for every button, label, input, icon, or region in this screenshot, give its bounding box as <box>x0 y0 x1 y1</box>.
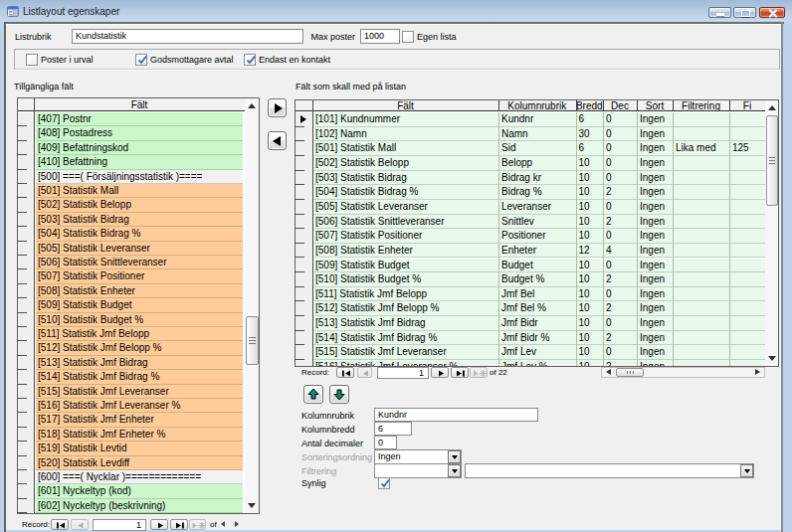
table-row[interactable]: [517] Statistik Jmf Enheter <box>18 413 259 427</box>
table-row[interactable]: [600] ===( Nycklar )============= <box>18 470 259 484</box>
table-row[interactable]: [514] Statistik Jmf Bidrag % <box>18 370 259 384</box>
table-row[interactable]: [501] Statistik MallSid60IngenLika med12… <box>296 141 778 156</box>
maximize-button[interactable] <box>733 7 756 18</box>
table-row[interactable]: [504] Statistik Bidrag % <box>18 227 259 241</box>
table-row[interactable]: [510] Statistik Budget %Budget %102Ingen <box>296 272 778 287</box>
synlig-checkbox[interactable] <box>378 477 390 489</box>
table-row[interactable]: [512] Statistik Jmf Belopp % <box>18 341 259 355</box>
table-row[interactable]: [509] Statistik BudgetBudget100Ingen <box>296 259 778 273</box>
table-row[interactable]: [511] Statistik Jmf Belopp <box>18 327 259 341</box>
table-row[interactable]: [508] Statistik EnheterEnheter124Ingen <box>296 244 778 259</box>
field-cell: [504] Statistik Bidrag % <box>36 227 243 241</box>
vertical-scrollbar[interactable] <box>245 98 259 513</box>
minimize-button[interactable] <box>708 7 731 18</box>
cell: 125 <box>730 141 765 156</box>
remove-field-button[interactable] <box>268 131 287 150</box>
table-row[interactable]: [513] Statistik Jmf BidragJmf Bidr100Ing… <box>296 316 778 331</box>
table-row[interactable]: [408] Postadress <box>18 126 259 140</box>
new-record-button[interactable] <box>470 367 488 378</box>
table-row[interactable]: [513] Statistik Jmf Bidrag <box>18 356 259 370</box>
first-record-button[interactable] <box>336 367 354 378</box>
table-row[interactable]: [102] NamnNamn300Ingen <box>296 127 778 142</box>
egen-lista-checkbox[interactable] <box>402 31 414 43</box>
egen-lista-label: Egen lista <box>417 32 457 42</box>
table-row[interactable]: [516] Statistik Jmf Leveranser %Jmf Lev … <box>296 360 778 366</box>
table-row[interactable]: [515] Statistik Jmf Leveranser <box>18 385 259 399</box>
antal-decimaler-input[interactable]: 0 <box>374 436 397 449</box>
max-poster-input[interactable]: 1000 <box>360 29 400 44</box>
kolumnrubrik-input[interactable]: Kundnr <box>374 408 538 422</box>
cell <box>674 215 729 230</box>
cell: Ingen <box>638 316 673 331</box>
table-row[interactable]: [511] Statistik Jmf BeloppJmf Bel100Inge… <box>296 287 778 302</box>
listrubrik-input[interactable]: Kundstatistik <box>72 29 303 44</box>
table-row[interactable]: [506] Statistik SnittleveranserSnittlev1… <box>296 215 778 230</box>
scroll-right-icon[interactable] <box>235 521 239 527</box>
poster-i-urval-checkbox[interactable] <box>26 54 38 66</box>
table-row[interactable]: [410] Befattning <box>18 155 259 169</box>
horizontal-scrollbar-thumb[interactable] <box>616 368 644 377</box>
table-row[interactable]: [601] Nyckeltyp (kod) <box>18 484 259 498</box>
dropdown-icon[interactable] <box>448 450 461 463</box>
cell: 2 <box>604 272 637 287</box>
scroll-left-icon[interactable] <box>221 521 225 527</box>
sorteringsordning-select[interactable]: Ingen <box>374 449 462 464</box>
table-row[interactable]: [502] Statistik Belopp <box>18 198 259 212</box>
record-number-input[interactable]: 1 <box>93 519 146 531</box>
table-row[interactable]: [507] Statistik PositionerPositioner100I… <box>296 229 778 244</box>
cell <box>674 345 729 360</box>
table-row[interactable]: [502] Statistik BeloppBelopp100Ingen <box>296 156 778 171</box>
cell: Jmf Bel <box>499 287 576 302</box>
last-record-icon <box>452 368 470 379</box>
table-row[interactable]: [503] Statistik Bidrag <box>18 213 259 227</box>
endast-en-kontakt-checkbox[interactable] <box>244 54 256 66</box>
cell: Ingen <box>638 259 673 273</box>
godsmottagare-avtal-checkbox[interactable] <box>135 54 147 66</box>
first-record-button[interactable] <box>51 519 69 530</box>
move-up-button[interactable] <box>303 385 323 404</box>
table-row[interactable]: [512] Statistik Jmf Belopp %Jmf Bel %102… <box>296 301 778 316</box>
table-row[interactable]: [514] Statistik Jmf Bidrag %Jmf Bidr %10… <box>296 331 778 346</box>
last-record-button[interactable] <box>451 367 469 378</box>
next-record-button[interactable] <box>431 367 449 378</box>
table-row[interactable]: [504] Statistik Bidrag %Bidrag %102Ingen <box>296 185 778 200</box>
table-row[interactable]: [510] Statistik Budget % <box>18 313 259 327</box>
table-row[interactable]: [515] Statistik Jmf LeveranserJmf Lev100… <box>296 345 778 360</box>
table-row[interactable]: [501] Statistik Mall <box>18 184 259 198</box>
dropdown-icon[interactable] <box>448 464 461 477</box>
table-row[interactable]: [505] Statistik LeveranserLeveranser100I… <box>296 200 778 215</box>
kolumnbredd-input[interactable]: 6 <box>374 422 412 436</box>
table-row[interactable]: [500] ===( Försäljningsstatistik )==== <box>18 170 259 184</box>
add-field-button[interactable] <box>268 98 287 117</box>
table-row[interactable]: [518] Statistik Jmf Enheter % <box>18 428 259 442</box>
table-row[interactable]: [407] Postnr <box>18 112 259 126</box>
filtrering-value-select[interactable] <box>465 463 754 478</box>
table-row[interactable]: [409] Befattningskod <box>18 141 259 155</box>
cell: 10 <box>577 331 604 346</box>
record-number-input[interactable]: 1 <box>377 367 429 379</box>
next-record-button[interactable] <box>150 519 168 530</box>
table-row[interactable]: [519] Statistik Levtid <box>18 442 259 455</box>
vertical-scrollbar-thumb[interactable] <box>766 115 778 206</box>
new-record-button[interactable] <box>189 519 206 530</box>
table-row[interactable]: [516] Statistik Jmf Leveranser % <box>18 399 259 413</box>
dropdown-icon[interactable] <box>740 464 753 477</box>
table-row[interactable]: [508] Statistik Enheter <box>18 284 259 298</box>
last-record-button[interactable] <box>170 519 188 530</box>
table-row[interactable]: [602] Nyckeltyp (beskrivning) <box>18 499 259 513</box>
table-row[interactable]: [505] Statistik Leveranser <box>18 242 259 256</box>
table-row[interactable]: [101] KundnummerKundnr60Ingen <box>296 112 778 127</box>
table-row[interactable]: [506] Statistik Snittleveranser <box>18 256 259 269</box>
move-down-button[interactable] <box>329 385 349 404</box>
vertical-scrollbar[interactable] <box>765 100 778 366</box>
field-cell: [520] Statistik Levdiff <box>36 456 243 470</box>
table-row[interactable]: [509] Statistik Budget <box>18 298 259 312</box>
previous-record-button[interactable] <box>357 367 372 378</box>
table-row[interactable]: [520] Statistik Levdiff <box>18 456 259 470</box>
close-button[interactable] <box>759 7 785 18</box>
horizontal-scrollbar[interactable] <box>601 367 765 378</box>
table-row[interactable]: [507] Statistik Positioner <box>18 269 259 283</box>
previous-record-button[interactable] <box>71 519 89 530</box>
table-row[interactable]: [503] Statistik BidragBidrag kr100Ingen <box>296 171 778 186</box>
vertical-scrollbar-thumb[interactable] <box>246 316 259 365</box>
